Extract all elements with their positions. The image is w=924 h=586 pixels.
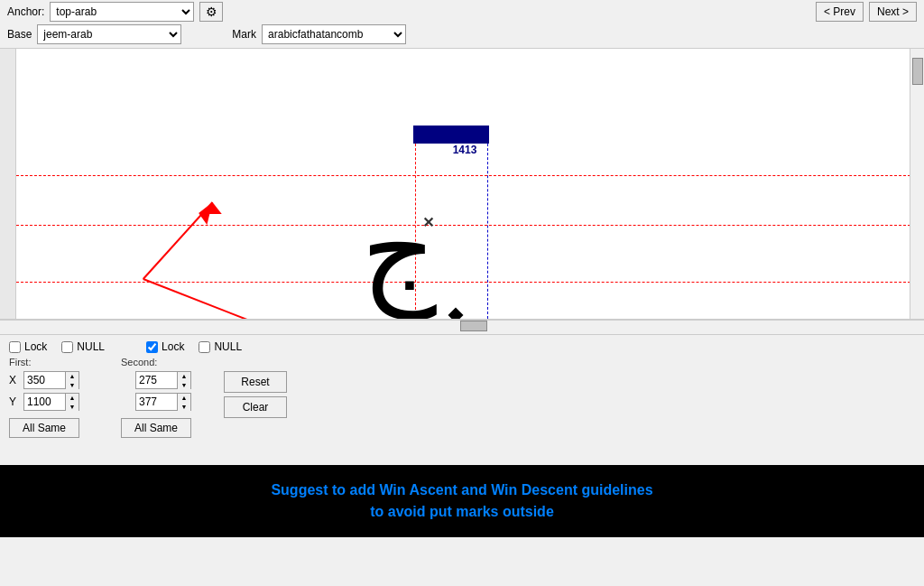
arrows-svg [0,49,924,320]
status-bar: Suggest to add Win Ascent and Win Descen… [0,465,924,537]
first-lock-checkbox[interactable] [9,341,21,353]
y2-up-btn[interactable]: ▲ [178,394,190,403]
toolbar-row2: Base jeem-arab Mark arabicfathatancomb [7,24,917,44]
y2-spin-buttons: ▲ ▼ [177,394,190,410]
bottom-panel: Lock NULL Lock NULL First: X ▲ [0,334,924,465]
first-null-label: NULL [77,340,105,353]
prev-button[interactable]: < Prev [816,2,864,22]
y2-input[interactable] [136,394,177,410]
all-same-2-button[interactable]: All Same [121,418,191,438]
first-null-group: NULL [61,340,105,353]
y2-row: Y ▲ ▼ [121,393,191,411]
base-select[interactable]: jeem-arab [37,24,181,44]
second-lock-label: Lock [162,340,184,353]
y2-down-btn[interactable]: ▼ [178,403,190,412]
x2-up-btn[interactable]: ▲ [178,372,190,381]
second-lock-checkbox[interactable] [146,341,158,353]
status-line1: Suggest to add Win Ascent and Win Descen… [271,479,652,501]
clear-button[interactable]: Clear [224,396,287,418]
x1-up-btn[interactable]: ▲ [66,372,79,381]
x2-down-btn[interactable]: ▼ [178,381,190,390]
x2-input[interactable] [136,372,177,388]
first-lock-label: Lock [24,340,47,353]
canvas-wrapper: 1413 ج ✕ [0,49,924,320]
toolbar-row1: Anchor: top-arab ⚙ < Prev Next > [7,2,917,22]
h-scroll-thumb[interactable] [460,321,487,331]
mark-select[interactable]: arabicfathatancomb [262,24,406,44]
action-buttons: Reset Clear [224,371,287,418]
y2-spinbox[interactable]: ▲ ▼ [135,393,191,411]
x1-axis-label: X [9,374,20,386]
next-button[interactable]: Next > [869,2,917,22]
x1-down-btn[interactable]: ▼ [66,381,79,390]
anchor-label: Anchor: [7,5,44,18]
y1-row: Y ▲ ▼ [9,393,79,411]
x1-row: X ▲ ▼ [9,371,79,389]
blue-bar [413,126,489,144]
y1-spin-buttons: ▲ ▼ [65,394,79,410]
x1-spin-buttons: ▲ ▼ [65,372,79,388]
settings-icon: ⚙ [206,5,217,19]
first-lock-group: Lock [9,340,47,353]
second-null-group: NULL [199,340,242,353]
glyph-number: 1413 [429,144,501,156]
y1-up-btn[interactable]: ▲ [66,394,79,403]
diamond-mark [448,308,464,320]
second-coord-group: Second: X ▲ ▼ Y ▲ ▼ [121,357,191,438]
status-line2: to avoid put marks outside [370,501,554,523]
header: Anchor: top-arab ⚙ < Prev Next > Base je… [0,0,924,49]
first-coord-group: First: X ▲ ▼ Y ▲ ▼ [9,357,79,438]
arabic-glyph: ج [361,193,437,311]
svg-line-0 [143,202,213,279]
left-ruler [0,49,16,319]
horizontal-scrollbar[interactable] [0,320,924,334]
h-line-1 [16,175,924,176]
first-null-checkbox[interactable] [61,341,73,353]
second-null-checkbox[interactable] [199,341,210,353]
mark-label: Mark [232,28,256,41]
all-same-1-button[interactable]: All Same [9,418,79,438]
h-line-2 [16,225,924,226]
svg-marker-1 [199,202,212,225]
x2-spinbox[interactable]: ▲ ▼ [135,371,191,389]
y1-spinbox[interactable]: ▲ ▼ [23,393,79,411]
x1-spinbox[interactable]: ▲ ▼ [23,371,79,389]
x2-spin-buttons: ▲ ▼ [177,372,190,388]
reset-button[interactable]: Reset [224,371,287,393]
vertical-scrollbar[interactable] [910,49,924,320]
anchor-select[interactable]: top-arab [50,2,194,22]
svg-line-2 [143,279,305,320]
second-lock-group: Lock [146,340,184,353]
fields-area: First: X ▲ ▼ Y ▲ ▼ [9,357,915,438]
svg-marker-4 [203,202,221,214]
diacritic-mark: ✕ [422,214,434,231]
base-label: Base [7,28,32,41]
first-group-label: First: [9,357,79,367]
y1-axis-label: Y [9,395,20,408]
settings-button[interactable]: ⚙ [199,2,223,22]
scroll-thumb[interactable] [912,58,923,85]
y1-down-btn[interactable]: ▼ [66,403,79,412]
x1-input[interactable] [24,372,65,388]
h-line-3 [16,282,924,283]
second-null-label: NULL [214,340,242,353]
x2-row: X ▲ ▼ [121,371,191,389]
y1-input[interactable] [24,394,65,410]
second-group-label: Second: [121,357,191,367]
checkbox-row: Lock NULL Lock NULL [9,340,915,353]
